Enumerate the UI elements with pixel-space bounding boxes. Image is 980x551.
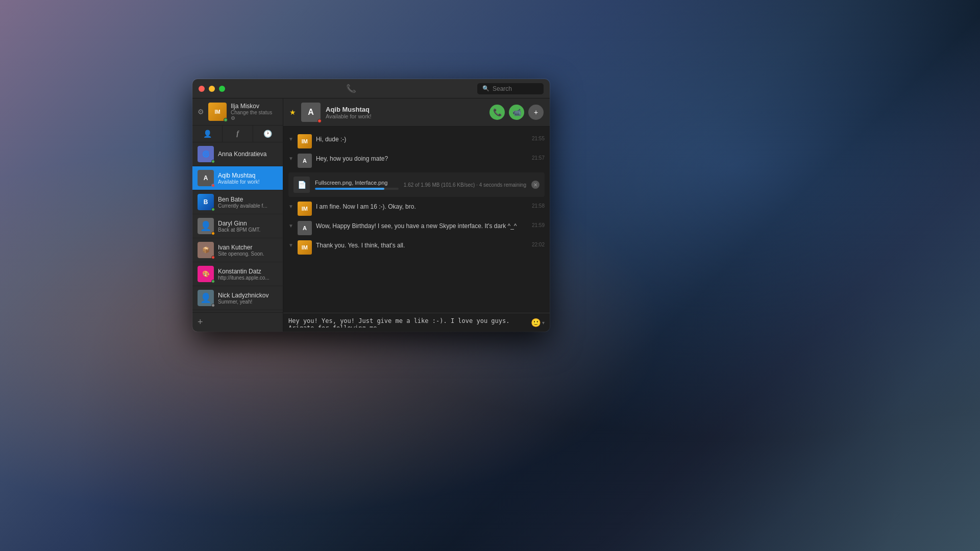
- input-area: Hey you! Yes, you! Just give me a like :…: [283, 313, 550, 332]
- status-dot: [211, 184, 215, 187]
- recent-tab[interactable]: 🕐: [253, 126, 283, 142]
- collapse-button[interactable]: ▼: [288, 223, 293, 229]
- message-avatar: IM: [298, 134, 312, 148]
- gear-icon[interactable]: ⚙: [198, 108, 204, 116]
- current-user-avatar: IM: [208, 103, 227, 121]
- contact-info: Ben Bate Currently available f...: [218, 196, 278, 209]
- message-time: 21:55: [532, 134, 545, 141]
- contact-preview: Summer, yeah!: [218, 299, 278, 305]
- search-icon: 🔍: [482, 85, 489, 92]
- contact-info: Aqib Mushtaq Available for work!: [218, 172, 278, 185]
- contact-item[interactable]: B Ben Bate Currently available f...: [192, 190, 283, 214]
- chat-panel: ★ A Aqib Mushtaq Available for work! 📞 📹…: [283, 98, 550, 332]
- message-input[interactable]: Hey you! Yes, you! Just give me a like :…: [288, 317, 527, 328]
- title-bar: 📞 🔍: [192, 79, 550, 98]
- contact-avatar: 👤: [198, 290, 214, 306]
- star-icon[interactable]: ★: [289, 108, 296, 116]
- collapse-button[interactable]: ▼: [288, 156, 293, 161]
- contact-item-active[interactable]: A Aqib Mushtaq Available for work!: [192, 166, 283, 190]
- chat-action-buttons: 📞 📹 +: [489, 105, 544, 120]
- contact-avatar: 🎨: [198, 266, 214, 282]
- collapse-button[interactable]: ▼: [288, 204, 293, 209]
- file-info: Fullscreen.png, Interface.png: [315, 180, 399, 190]
- contact-avatar: 👤: [198, 218, 214, 234]
- chat-contact-status: Available for work!: [326, 113, 489, 119]
- chat-header: ★ A Aqib Mushtaq Available for work! 📞 📹…: [283, 98, 550, 127]
- file-icon: 📄: [293, 177, 310, 193]
- facebook-icon: f: [236, 130, 239, 138]
- message-row: ▼ IM Thank you. Yes. I think, that's all…: [283, 238, 550, 257]
- minimize-button[interactable]: [209, 86, 215, 92]
- facebook-tab[interactable]: f: [223, 126, 253, 142]
- contact-avatar: 🌀: [198, 146, 214, 162]
- contact-item[interactable]: 📦 Ivan Kutcher Site openong. Soon.: [192, 238, 283, 262]
- contact-preview: Available for work!: [218, 179, 278, 185]
- message-content: Thank you. Yes. I think, that's all.: [316, 240, 528, 250]
- message-avatar: IM: [298, 202, 312, 216]
- message-row: ▼ IM Hi, dude :-) 21:55: [283, 132, 550, 151]
- contact-info: Anna Kondratieva: [218, 151, 278, 158]
- contact-info: Ivan Kutcher Site openong. Soon.: [218, 244, 278, 257]
- message-time: 21:59: [532, 221, 545, 228]
- traffic-lights: [199, 86, 225, 92]
- contact-name: Konstantin Datz: [218, 268, 278, 275]
- status-dot: [211, 232, 215, 235]
- video-button[interactable]: 📹: [509, 105, 524, 120]
- collapse-button[interactable]: ▼: [288, 136, 293, 142]
- clock-icon: 🕐: [263, 130, 272, 138]
- file-progress-bar: [315, 188, 399, 190]
- message-avatar: IM: [298, 240, 312, 255]
- nav-tabs: 👤 f 🕐: [192, 126, 283, 142]
- sidebar-user-info: Ilja Miskov Change the status ⚙: [231, 103, 278, 121]
- file-cancel-button[interactable]: ✕: [531, 181, 540, 189]
- message-text: Wow, Happy Birthday! I see, you have a n…: [316, 222, 517, 230]
- contact-item[interactable]: 🎨 Konstantin Datz http://itunes.apple.co…: [192, 262, 283, 286]
- file-stats: 1.62 of 1.96 MB (101.6 KB/sec) · 4 secon…: [404, 182, 526, 188]
- contact-item[interactable]: 🌀 Anna Kondratieva: [192, 142, 283, 166]
- add-contact-button[interactable]: +: [192, 312, 283, 332]
- maximize-button[interactable]: [219, 86, 225, 92]
- contact-preview: Site openong. Soon.: [218, 251, 278, 257]
- message-time: 22:02: [532, 240, 545, 247]
- contact-info: Konstantin Datz http://itunes.apple.co..…: [218, 268, 278, 281]
- app-window: 📞 🔍 ⚙ IM Ilja Miskov Change the status: [192, 79, 550, 332]
- add-button[interactable]: +: [528, 105, 544, 120]
- chat-header-info: Aqib Mushtaq Available for work!: [326, 106, 489, 119]
- contact-name: Ivan Kutcher: [218, 244, 278, 251]
- person-icon: 👤: [203, 130, 212, 138]
- contact-name: Aqib Mushtaq: [218, 172, 278, 179]
- contact-info: Nick Ladyzhnickov Summer, yeah!: [218, 292, 278, 305]
- close-button[interactable]: [199, 86, 205, 92]
- call-button[interactable]: 📞: [489, 105, 505, 120]
- settings-icon: ⚙: [231, 115, 235, 121]
- message-row: ▼ A Hey, how you doing mate? 21:57: [283, 151, 550, 170]
- contact-preview: Currently available f...: [218, 203, 278, 209]
- message-text: Hey, how you doing mate?: [316, 155, 388, 162]
- contacts-tab[interactable]: 👤: [192, 126, 223, 142]
- message-text: Hi, dude :-): [316, 136, 346, 143]
- collapse-button[interactable]: ▼: [288, 242, 293, 248]
- file-progress-fill: [315, 188, 384, 190]
- emoji-button[interactable]: 🙂 ▾: [531, 318, 545, 328]
- sidebar-header: ⚙ IM Ilja Miskov Change the status ⚙: [192, 98, 283, 126]
- chat-contact-name: Aqib Mushtaq: [326, 106, 489, 113]
- message-content: I am fine. Now I am 16 :-). Okay, bro.: [316, 202, 528, 211]
- contact-item[interactable]: 👤 Daryl Ginn Back at 8PM GMT.: [192, 214, 283, 238]
- status-dot: [211, 208, 215, 211]
- contact-item[interactable]: 👤 Nick Ladyzhnickov Summer, yeah!: [192, 286, 283, 310]
- emoji-dropdown-arrow[interactable]: ▾: [542, 320, 545, 325]
- search-input[interactable]: [493, 85, 538, 92]
- message-content: Hi, dude :-): [316, 134, 528, 144]
- emoji-icon: 🙂: [531, 318, 541, 328]
- contact-name: Anna Kondratieva: [218, 151, 278, 158]
- message-avatar: A: [298, 221, 312, 235]
- sidebar-user-name: Ilja Miskov: [231, 103, 278, 110]
- status-dot: [211, 256, 215, 259]
- message-avatar: A: [298, 154, 312, 168]
- sidebar: ⚙ IM Ilja Miskov Change the status ⚙ 👤: [192, 98, 283, 332]
- message-row: ▼ A Wow, Happy Birthday! I see, you have…: [283, 218, 550, 238]
- contact-preview: Back at 8PM GMT.: [218, 227, 278, 233]
- search-bar[interactable]: 🔍: [477, 83, 544, 94]
- sidebar-user-status[interactable]: Change the status ⚙: [231, 110, 278, 121]
- contact-avatar: A: [198, 170, 214, 186]
